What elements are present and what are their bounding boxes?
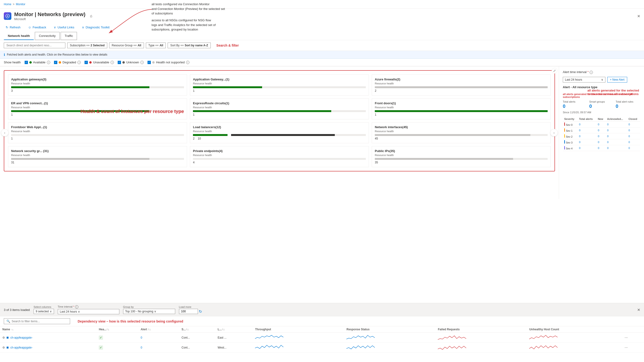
health-item-degraded: ✓ Degraded i	[54, 60, 81, 64]
health-item-available: ✓ Available i	[24, 60, 50, 64]
available-dot	[29, 61, 32, 64]
breadcrumb: Home > Monitor	[4, 2, 25, 6]
th-name[interactable]: Name ↑↓	[0, 326, 96, 333]
th-failed-requests[interactable]: Failed Requests	[436, 326, 527, 333]
tab-network-health[interactable]: Network health	[4, 32, 34, 40]
time-info-icon[interactable]: i	[75, 305, 78, 309]
unavailable-info[interactable]: i	[110, 61, 114, 64]
load-more-refresh[interactable]: ↻	[199, 309, 202, 314]
resource-card-expressroute[interactable]: ExpressRoute circuits(1) Resource health…	[190, 98, 369, 119]
resource-group-filter-chip[interactable]: Resource Group == All	[109, 42, 144, 48]
alert-time-info[interactable]: i	[590, 71, 593, 74]
refresh-label: Refresh	[10, 25, 20, 29]
row2-response-chart	[346, 344, 375, 351]
useful-links-button[interactable]: ∨ Useful Links	[52, 24, 76, 30]
unknown-info[interactable]: i	[140, 61, 144, 64]
bottom-close-button[interactable]: ✕	[637, 308, 640, 312]
resource-card-er-vpn[interactable]: ER and VPN connect...(1) Resource health…	[8, 98, 187, 119]
load-more-input[interactable]	[179, 309, 198, 314]
row1-more[interactable]: ···	[624, 336, 628, 340]
row1-unhealthy-chart	[529, 334, 558, 341]
th-response-status[interactable]: Response Status	[344, 326, 436, 333]
diagnostic-toolkit-button[interactable]: ∨ Diagnostic Toolkit	[80, 24, 112, 30]
items-loaded: 3 of 3 items loaded	[4, 308, 30, 312]
load-more-group: Load more ↻	[179, 306, 202, 314]
row2-throughput-chart	[255, 344, 284, 351]
time-interval-label: Time interval * i	[58, 305, 119, 309]
header-subtitle: Microsoft	[14, 17, 86, 21]
unknown-dot	[122, 61, 125, 64]
alert-panel: Alert time interval * i Last 24 hours ∨ …	[559, 66, 644, 199]
tab-traffic[interactable]: Traffic	[60, 32, 77, 40]
feedback-button[interactable]: ☺ Feedback	[26, 24, 48, 30]
degraded-dot	[59, 61, 61, 64]
unknown-checkbox[interactable]: ✓	[118, 61, 121, 64]
group-by-dropdown[interactable]: Top 100 - No grouping ∨	[123, 309, 175, 314]
header-top: Monitor | Networks (preview) Microsoft ⎙…	[4, 11, 640, 21]
th-s[interactable]: S...↑↓	[179, 326, 216, 333]
tab-connectivity[interactable]: Connectivity	[35, 32, 60, 40]
row2-failed-chart	[438, 344, 466, 351]
table-row: Sev 0 0 0 0 0	[563, 122, 640, 127]
time-interval-dropdown[interactable]: Last 24 hours ∨	[58, 309, 119, 314]
type-filter-chip[interactable]: Type == All	[146, 42, 166, 48]
degraded-info[interactable]: i	[78, 61, 81, 64]
close-icon[interactable]: ✕	[637, 14, 640, 18]
degraded-checkbox[interactable]: ✓	[54, 61, 57, 64]
row2-alert[interactable]: 0	[138, 343, 179, 353]
th-new: New	[596, 117, 606, 122]
row2-more[interactable]: ···	[624, 346, 628, 350]
expand-icon[interactable]: ⤢	[552, 68, 557, 74]
resource-card-frontdoor-web[interactable]: Frontdoor Web Appl...(1) Resource health…	[8, 122, 187, 143]
resource-grid-container: ‹ ⤢ Health & count of instances per reso…	[0, 66, 559, 199]
unavailable-checkbox[interactable]: ✓	[84, 61, 88, 64]
not-supported-checkbox[interactable]: ✓	[148, 61, 151, 64]
resource-card-app-gateways[interactable]: Application gateways(3) Resource health …	[8, 74, 187, 96]
select-columns-dropdown[interactable]: 9 selected ∨	[34, 309, 54, 314]
refresh-button[interactable]: ↻ Refresh	[4, 24, 22, 30]
table-row: Sev 3 0 0 0 0	[563, 139, 640, 145]
row1-alert[interactable]: 0	[138, 333, 179, 343]
dependency-note: Dependency view – how is this selected r…	[78, 320, 183, 323]
table-row: ⚙ ch-appfeappgate- ✓ 0 Cont... East ...	[0, 333, 644, 343]
alert-time-row: Alert time interval * i	[563, 70, 640, 74]
resource-card-azure-firewalls[interactable]: Azure firewalls(2) Resource health 2	[372, 74, 551, 96]
print-icon[interactable]: ⎙	[90, 14, 92, 18]
grid-nav-left[interactable]: ‹	[1, 129, 8, 136]
alert-time-select[interactable]: Last 24 hours ∨	[563, 77, 606, 83]
subscription-filter-chip[interactable]: Subscription == 2 Selected	[67, 42, 107, 48]
info-bar: ℹ Fetched both alerts and health. Click …	[0, 51, 644, 59]
th-l[interactable]: L...↑↓	[215, 326, 253, 333]
sort-filter-chip[interactable]: Sort By == Sort by name A-Z	[168, 42, 211, 48]
resource-card-front-doors[interactable]: Front doors(1) Resource health 1	[372, 98, 551, 119]
available-info[interactable]: i	[47, 61, 50, 64]
table-row: Sev 2 0 0 0 0	[563, 133, 640, 139]
row2-l: West...	[215, 343, 253, 353]
bottom-table: Name ↑↓ Hea...↑↓ Alert ↑↓ S...↑↓ L...↑↓ …	[0, 326, 644, 353]
feedback-icon: ☺	[28, 25, 31, 29]
home-link[interactable]: Home	[4, 2, 11, 6]
header: Monitor | Networks (preview) Microsoft ⎙…	[0, 8, 644, 40]
resource-card-public-ips[interactable]: Public IPs(35) Resource health 35	[372, 146, 551, 167]
grid-nav-right[interactable]: ›	[550, 129, 558, 136]
table-row: Sev 1 0 0 0 0	[563, 127, 640, 133]
search-input[interactable]	[4, 42, 65, 48]
available-checkbox[interactable]: ✓	[24, 61, 28, 64]
resource-card-network-interfaces[interactable]: Network interfaces(45) Resource health 4…	[372, 122, 551, 143]
th-alert[interactable]: Alert ↑↓	[138, 326, 179, 333]
metric-alert-rules: Total alert rules 0	[616, 100, 640, 109]
row1-name[interactable]: ch-appfeappgate-	[10, 336, 33, 339]
new-alert-button[interactable]: + New Alert	[607, 77, 627, 83]
resource-card-app-gateway[interactable]: Application Gateway...(1) Resource healt…	[190, 74, 369, 96]
th-throughput[interactable]: Throughput	[253, 326, 344, 333]
resource-card-private-endpoints[interactable]: Private endpoints(4) Resource health 4	[190, 146, 369, 167]
useful-links-label: Useful Links	[58, 25, 74, 29]
not-supported-info[interactable]: i	[186, 61, 190, 64]
th-health[interactable]: Hea...↑↓	[96, 326, 138, 333]
row2-name[interactable]: ch-appfeappgate-	[10, 346, 33, 349]
row1-s: Cont...	[179, 333, 216, 343]
th-unhealthy-host[interactable]: Unhealthy Host Count	[527, 326, 622, 333]
resource-card-load-balancers[interactable]: Load balancers(12) Resource health 2 10	[190, 122, 369, 143]
resource-card-nsg[interactable]: Network security gr... (31) Resource hea…	[8, 146, 187, 167]
bottom-search-input[interactable]	[12, 320, 68, 323]
